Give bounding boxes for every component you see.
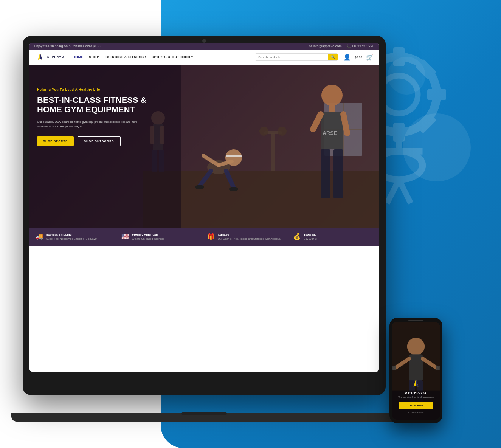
- site-topbar: Enjoy free shipping on purchases over $1…: [29, 43, 379, 50]
- email-icon: ✉: [309, 44, 312, 48]
- nav-icons: 👤 $0.00 🛒: [343, 54, 374, 61]
- phone-screen: APPRAVO Your one stop Shop for all acces…: [392, 322, 440, 420]
- phone-shell: APPRAVO Your one stop Shop for all acces…: [389, 318, 442, 423]
- laptop-base: [11, 413, 397, 422]
- feature-curated: 🎁 Curated Our Gear Is Tried, Tested and …: [207, 233, 287, 240]
- shop-sports-button[interactable]: SHOP SPORTS: [37, 136, 74, 146]
- hero-buttons: SHOP SPORTS SHOP OUTDOORS: [37, 136, 147, 146]
- svg-line-39: [343, 114, 347, 133]
- svg-rect-41: [321, 149, 330, 198]
- svg-marker-61: [416, 379, 418, 387]
- svg-marker-16: [40, 53, 42, 60]
- feature-curated-desc: Our Gear Is Tried, Tested and Stamped Wi…: [218, 237, 281, 240]
- flag-icon: 🇺🇸: [121, 233, 129, 240]
- svg-rect-52: [409, 354, 423, 381]
- site-logo[interactable]: APPRAVO: [35, 52, 64, 62]
- svg-rect-56: [436, 366, 440, 370]
- search-input[interactable]: [255, 54, 328, 60]
- cart-amount[interactable]: $0.00: [355, 56, 362, 59]
- feature-curated-text: Curated Our Gear Is Tried, Tested and St…: [218, 233, 281, 240]
- svg-rect-36: [329, 105, 335, 112]
- phone-icon: 📞: [346, 44, 351, 48]
- nav-items: HOME SHOP EXERCISE & FITNESS ▾ SPORTS & …: [73, 55, 250, 59]
- feature-money-desc: Buy With C: [304, 237, 317, 240]
- svg-rect-19: [271, 133, 275, 171]
- svg-line-14: [399, 180, 411, 203]
- phone-bottom-text: Proudly Canadian: [408, 411, 424, 414]
- svg-rect-28: [226, 155, 242, 157]
- hero-description: Our curated, USA-sourced home gym equipm…: [37, 120, 143, 129]
- feature-american-desc: We are US-based business: [132, 237, 164, 240]
- feature-express-shipping: 🚚 Express Shipping Super-Fast Nationwide…: [36, 233, 115, 240]
- topbar-contact: ✉ info@appravo.com 📞 +18337277728: [309, 44, 374, 48]
- feature-curated-title: Curated: [218, 233, 281, 236]
- phone-contact: 📞 +18337277728: [346, 44, 374, 48]
- phone-device: APPRAVO Your one stop Shop for all acces…: [389, 318, 450, 431]
- site-nav: APPRAVO HOME SHOP EXERCISE & FITNESS ▾ S…: [29, 50, 379, 65]
- feature-american-text: Proudly American We are US-based busines…: [132, 233, 164, 240]
- svg-point-22: [278, 127, 287, 136]
- laptop-camera: [202, 39, 206, 43]
- nav-shop[interactable]: SHOP: [89, 55, 99, 59]
- laptop-device: Enjoy free shipping on purchases over $1…: [23, 36, 389, 422]
- deco-circle-1: [403, 113, 471, 181]
- svg-point-35: [321, 85, 343, 106]
- svg-text:ARSE: ARSE: [323, 130, 337, 136]
- nav-exercise-fitness[interactable]: EXERCISE & FITNESS ▾: [104, 55, 146, 59]
- money-icon: 💰: [293, 233, 301, 240]
- feature-american: 🇺🇸 Proudly American We are US-based busi…: [121, 233, 201, 240]
- promo-text: Enjoy free shipping on purchases over $1…: [34, 44, 101, 48]
- email-contact: ✉ info@appravo.com: [309, 44, 342, 48]
- feature-shipping-desc: Super-Fast Nationwide Shipping (3-5 Days…: [46, 237, 97, 240]
- phone-cta-button[interactable]: Get Started: [399, 402, 433, 409]
- hero-content: Helping You To Lead A Healthy Life BEST-…: [37, 88, 147, 146]
- deco-circle-2: [388, 57, 425, 95]
- gift-icon: 🎁: [207, 233, 215, 240]
- nav-search-bar[interactable]: 🔍: [255, 53, 338, 61]
- phone-logo-icon: [410, 378, 422, 389]
- phone-tagline: Your one stop Shop for all accessories: [395, 396, 437, 398]
- logo-text: APPRAVO: [47, 56, 64, 59]
- hero-tagline: Helping You To Lead A Healthy Life: [37, 88, 147, 91]
- feature-shipping-title: Express Shipping: [46, 233, 97, 236]
- feature-money-text: 100% Mo Buy With C: [304, 233, 317, 240]
- svg-point-21: [259, 127, 268, 136]
- shop-outdoors-button[interactable]: SHOP OUTDOORS: [78, 136, 121, 146]
- hero-title: BEST-IN-CLASS FITNESS &HOME GYM EQUIPMEN…: [37, 95, 147, 115]
- feature-money-title: 100% Mo: [304, 233, 317, 236]
- feature-money: 💰 100% Mo Buy With C: [293, 233, 373, 240]
- cart-icon[interactable]: 🛒: [366, 54, 374, 61]
- svg-point-34: [229, 187, 238, 191]
- user-icon[interactable]: 👤: [343, 54, 351, 61]
- laptop-shell: Enjoy free shipping on purchases over $1…: [23, 36, 386, 395]
- laptop-screen: Enjoy free shipping on purchases over $1…: [29, 43, 379, 372]
- truck-icon: 🚚: [36, 233, 43, 240]
- svg-rect-42: [333, 149, 343, 198]
- svg-rect-5: [427, 89, 446, 100]
- phone-logo: APPRAVO: [405, 378, 427, 395]
- svg-rect-54: [392, 366, 396, 370]
- svg-point-33: [195, 185, 204, 189]
- svg-point-51: [407, 338, 425, 355]
- site-hero: ARSE: [29, 65, 379, 228]
- laptop-hinge: [181, 412, 227, 415]
- nav-home[interactable]: HOME: [73, 55, 84, 59]
- feature-american-title: Proudly American: [132, 233, 164, 236]
- logo-icon: [35, 52, 45, 62]
- search-button[interactable]: 🔍: [328, 54, 338, 60]
- nav-sports-outdoor[interactable]: SPORTS & OUTDOOR ▾: [152, 55, 193, 59]
- feature-shipping-text: Express Shipping Super-Fast Nationwide S…: [46, 233, 97, 240]
- phone-notch: [408, 320, 423, 321]
- site-features-bar: 🚚 Express Shipping Super-Fast Nationwide…: [29, 228, 379, 246]
- phone-logo-text: APPRAVO: [405, 391, 427, 395]
